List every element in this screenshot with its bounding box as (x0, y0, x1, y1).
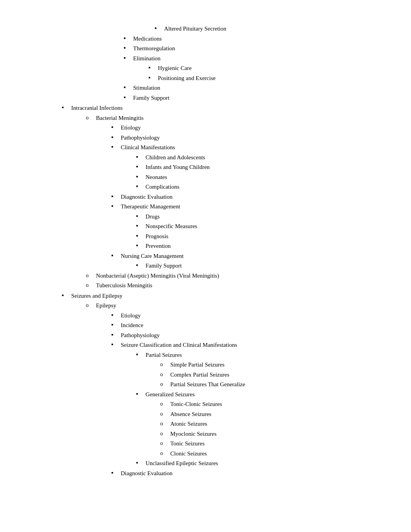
list-item: o Partial Seizures That Generalize (161, 380, 380, 389)
list-item-tuberculosis: o Tuberculosis Meningitis (87, 281, 380, 290)
list-item: ■ Pathophysiology (111, 331, 380, 340)
list-item: ■ Family Support (124, 94, 380, 102)
item-label: Clinical Manifestations (121, 144, 175, 150)
list-item: ■ Neonates (136, 173, 380, 182)
list-item: ■ Altered Pituitary Secretion (155, 24, 380, 33)
list-item-bacterial: o Bacterial Meningitis ■ Etiology ■ Path… (87, 114, 380, 270)
list-item-unclassified: ■ Unclassified Epileptic Seizures (136, 459, 380, 468)
list-item: ■ Complications (136, 182, 380, 191)
list-item-epilepsy: o Epilepsy ■ Etiology ■ Incidence ■ (87, 301, 380, 477)
item-label: Absence Seizures (170, 411, 211, 417)
item-label: Generalized Seizures (146, 391, 195, 397)
list-item: o Simple Partial Seizures (161, 360, 380, 369)
list-item: ■ Infants and Young Children (136, 163, 380, 172)
item-label: Complex Partial Seizures (170, 372, 229, 378)
list-item: o Clonic Seizures (161, 449, 380, 458)
item-label: Atonic Seizures (170, 421, 207, 427)
item-label: Tonic-Clonic Seizures (170, 401, 222, 407)
item-label: Family Support (146, 263, 182, 269)
list-item-nonbacterial: o Nonbacterial (Aseptic) Meningitis (Vir… (87, 271, 380, 280)
list-item: ■ Elimination ■ Hygienic Care ■ Position… (124, 54, 380, 83)
list-item-partial: ■ Partial Seizures o Simple Partial Seiz… (136, 351, 380, 389)
list-item: ■ Hygienic Care (149, 64, 380, 73)
list-item: o Tonic-Clonic Seizures (161, 400, 380, 409)
list-item: ■ Incidence (111, 321, 380, 330)
item-label: Hygienic Care (158, 65, 192, 71)
outline-container: ■ Altered Pituitary Secretion ■ Medicati… (46, 24, 380, 477)
list-item: ■ Etiology (111, 311, 380, 320)
item-label: Seizures and Epilepsy (71, 293, 122, 299)
item-label: Infants and Young Children (146, 164, 210, 170)
list-item: ■ Children and Adolescents (136, 153, 380, 162)
item-label: Prognosis (146, 233, 168, 239)
list-item: ■ Thermoregulation (124, 44, 380, 53)
item-label: Simple Partial Seizures (170, 361, 224, 368)
item-label: Thermoregulation (133, 45, 175, 51)
item-label: Nonbacterial (Aseptic) Meningitis (Viral… (96, 273, 219, 279)
list-item: ■ Stimulation (124, 84, 380, 92)
item-label: Tonic Seizures (170, 440, 205, 447)
item-label: Family Support (133, 95, 170, 101)
item-label: Drugs (146, 213, 160, 220)
item-label: Seizure Classification and Clinical Mani… (121, 342, 237, 348)
list-item-generalized: ■ Generalized Seizures o Tonic-Clonic Se… (136, 390, 380, 458)
item-label: Etiology (121, 312, 141, 319)
list-item: ■ Etiology (111, 123, 380, 132)
list-item-seizure-class: ■ Seizure Classification and Clinical Ma… (111, 341, 380, 468)
item-label: Clonic Seizures (170, 450, 207, 457)
item-label: Diagnostic Evaluation (121, 470, 173, 476)
item-label: Partial Seizures (146, 352, 182, 358)
item-label: Bacterial Meningitis (96, 115, 144, 121)
list-item: ■ Drugs (136, 212, 380, 221)
list-item: ■ Prognosis (136, 232, 380, 241)
list-item: ■ Family Support (136, 261, 380, 270)
list-item-intracranial: ■ Intracranial Infections o Bacterial Me… (62, 104, 380, 290)
list-item: o Absence Seizures (161, 410, 380, 419)
item-label: Nursing Care Management (121, 253, 183, 259)
list-item: ■ Therapeutic Management ■ Drugs ■ Nonsp… (111, 202, 380, 251)
item-label: Partial Seizures That Generalize (170, 381, 245, 387)
item-label: Complications (146, 184, 180, 190)
item-label: Therapeutic Management (121, 203, 180, 210)
list-item: ■ Prevention (136, 242, 380, 251)
item-label: Incidence (121, 322, 143, 328)
list-item: ■ Clinical Manifestations ■ Children and… (111, 143, 380, 191)
list-item: ■ Medications (124, 34, 380, 43)
list-item: ■ Positioning and Exercise (149, 74, 380, 83)
item-label: Pathophysiology (121, 135, 160, 141)
item-label: Nonspecific Measures (146, 223, 197, 229)
item-label: Unclassified Epileptic Seizures (146, 460, 218, 466)
item-label: Altered Pituitary Secretion (164, 26, 226, 32)
list-item-diagnostic: ■ Diagnostic Evaluation (111, 469, 380, 478)
list-item: ■ Nonspecific Measures (136, 222, 380, 231)
item-label: Etiology (121, 124, 141, 131)
item-label: Pathophysiology (121, 332, 160, 338)
list-item: o Myoclonic Seizures (161, 430, 380, 438)
list-item: ■ Nursing Care Management ■ Family Suppo… (111, 252, 380, 270)
item-label: Medications (133, 36, 162, 42)
item-label: Intracranial Infections (71, 105, 123, 111)
item-label: Stimulation (133, 85, 160, 91)
item-label: Epilepsy (96, 302, 116, 309)
list-item-seizures: ■ Seizures and Epilepsy o Epilepsy ■ Eti… (62, 292, 380, 478)
list-item: o Complex Partial Seizures (161, 370, 380, 379)
item-label: Myoclonic Seizures (170, 431, 217, 437)
list-item: ■ Pathophysiology (111, 133, 380, 142)
item-label: Elimination (133, 55, 161, 61)
item-label: Positioning and Exercise (158, 75, 216, 81)
list-item: ■ Diagnostic Evaluation (111, 193, 380, 201)
list-item: o Atonic Seizures (161, 419, 380, 428)
item-label: Prevention (146, 243, 171, 249)
item-label: Diagnostic Evaluation (121, 194, 173, 200)
item-label: Children and Adolescents (146, 154, 205, 160)
list-item: o Tonic Seizures (161, 439, 380, 448)
item-label: Tuberculosis Meningitis (96, 282, 152, 288)
item-label: Neonates (146, 174, 167, 180)
